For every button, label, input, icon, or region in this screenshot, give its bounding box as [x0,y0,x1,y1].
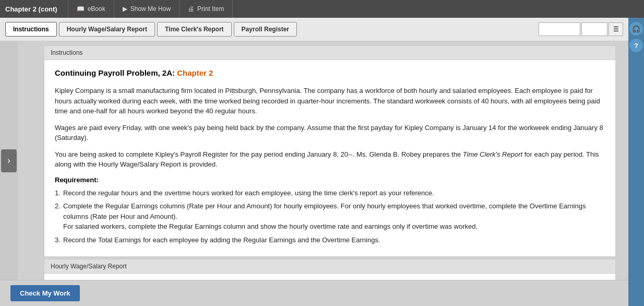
requirement-item-2: Complete the Regular Earnings columns (R… [55,201,605,232]
left-nav-area: › [0,41,18,280]
search-area: ☰ [539,22,623,36]
outer-wrapper: Instructions Hourly Wage/Salary Report T… [0,18,644,306]
chapter-link[interactable]: Chapter 2 [177,68,213,77]
instructions-section: Instructions Continuing Payroll Problem,… [44,45,616,257]
requirement-list: Record the regular hours and the overtim… [55,188,605,245]
nav-show-me-how[interactable]: ▶ Show Me How [114,0,180,18]
requirement-item-2-sub: For salaried workers, complete the Regul… [63,221,605,232]
chevron-right-icon: › [7,155,10,166]
help-icon-1[interactable]: 🎧 [629,22,643,36]
search-input-2[interactable] [581,22,607,36]
requirement-item-3: Record the Total Earnings for each emplo… [55,235,605,245]
right-sidebar: 🎧 ? [628,18,644,306]
nav-ebook[interactable]: 📖 eBook [68,0,114,18]
hourly-section: Hourly Wage/Salary Report Hourly Wage/Sa… [44,259,616,280]
question-icon: ? [634,42,638,50]
tab-bar: Instructions Hourly Wage/Salary Report T… [0,18,628,41]
paragraph-3: You are being asked to complete Kipley's… [55,149,605,170]
paragraph-1: Kipley Company is a small manufacturing … [55,86,605,116]
paragraph-2: Wages are paid every Friday, with one we… [55,123,605,143]
tab-hourly-wage[interactable]: Hourly Wage/Salary Report [59,22,155,37]
search-button[interactable]: ☰ [609,22,623,36]
problem-title: Continuing Payroll Problem, 2A: Chapter … [55,68,605,77]
hourly-section-content: Hourly Wage/Salary Report Kipley's Hourl… [44,274,615,280]
window-title: Chapter 2 (cont) [5,5,57,13]
tab-payroll-register[interactable]: Payroll Register [234,22,297,37]
left-arrow-button[interactable]: › [1,149,17,172]
instructions-section-content: Continuing Payroll Problem, 2A: Chapter … [44,60,615,256]
instructions-section-header: Instructions [44,46,615,60]
tab-instructions[interactable]: Instructions [5,22,57,37]
footer-bar: Check My Work [0,280,628,306]
print-icon: 🖨 [188,5,194,13]
list-icon: ☰ [613,26,619,33]
check-my-work-button[interactable]: Check My Work [10,285,80,301]
scroll-wrapper: › Instructions Continuing Payroll Proble… [0,41,628,280]
help-icon-2[interactable]: ? [629,39,643,52]
hourly-section-header: Hourly Wage/Salary Report [44,260,615,274]
top-bar: Chapter 2 (cont) 📖 eBook ▶ Show Me How 🖨… [0,0,644,18]
screen-icon: ▶ [123,5,127,13]
scroll-container[interactable]: Instructions Continuing Payroll Problem,… [18,41,628,280]
time-clerks-report-italic: Time Clerk's Report [463,150,522,158]
nav-print-item[interactable]: 🖨 Print Item [180,0,233,18]
requirement-item-1: Record the regular hours and the overtim… [55,188,605,198]
book-icon: 📖 [77,5,85,13]
top-nav: 📖 eBook ▶ Show Me How 🖨 Print Item [68,0,233,18]
tab-time-clerk[interactable]: Time Clerk's Report [157,22,232,37]
requirement-heading: Requirement: [55,176,605,184]
headset-icon: 🎧 [632,25,640,33]
main-content: Instructions Hourly Wage/Salary Report T… [0,18,628,306]
search-input-1[interactable] [539,22,580,36]
